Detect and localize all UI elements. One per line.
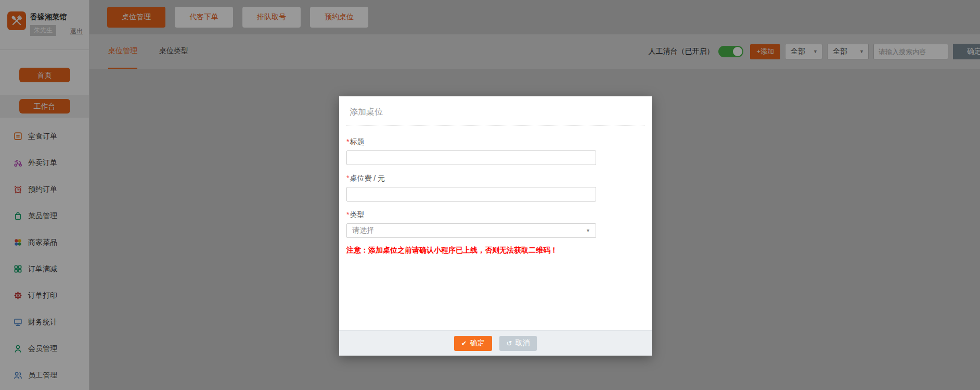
dialog-title: 添加桌位: [339, 96, 652, 125]
required-mark: *: [346, 210, 349, 219]
confirm-button[interactable]: ✔ 确定: [454, 336, 492, 351]
field-label-table-fee: *桌位费 / 元: [346, 174, 644, 183]
undo-icon: ↺: [507, 339, 512, 347]
select-placeholder: 请选择: [352, 226, 374, 235]
type-select[interactable]: 请选择 ▼: [346, 223, 596, 238]
required-mark: *: [346, 174, 349, 182]
dialog-footer: ✔ 确定 ↺ 取消: [339, 330, 652, 356]
required-mark: *: [346, 137, 349, 146]
cancel-button[interactable]: ↺ 取消: [499, 336, 537, 351]
qrcode-warning-text: 注意：添加桌位之前请确认小程序已上线，否则无法获取二维码！: [346, 246, 644, 255]
field-label-type: *类型: [346, 210, 644, 220]
app-screen: 香缘湘菜馆 朱先生 退出 首页 工作台 堂食订单: [0, 0, 980, 390]
check-icon: ✔: [461, 339, 467, 347]
table-fee-field[interactable]: [346, 187, 596, 202]
title-field[interactable]: [346, 150, 596, 165]
add-table-dialog: 添加桌位 *标题 *桌位费 / 元 *类型 请选择 ▼ 注意：添加桌位之前请确认…: [339, 96, 652, 356]
chevron-down-icon: ▼: [586, 228, 590, 233]
dialog-form: *标题 *桌位费 / 元 *类型 请选择 ▼ 注意：添加桌位之前请确认小程序已上…: [339, 125, 652, 255]
field-label-title: *标题: [346, 137, 644, 147]
